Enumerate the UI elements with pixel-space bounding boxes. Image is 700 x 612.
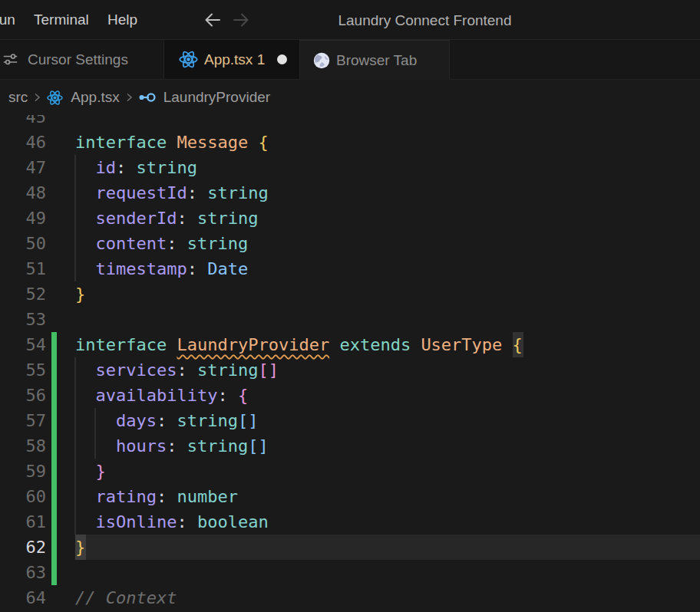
- title-bar: Run Terminal Help Laundry Connect Fronte…: [0, 0, 700, 40]
- code-text: }: [75, 281, 85, 307]
- code-text: hours: string[]: [75, 433, 269, 459]
- code-line-61[interactable]: 61 isOnline: boolean: [0, 509, 700, 535]
- code-line-62[interactable]: 62}: [0, 535, 700, 560]
- code-line-56[interactable]: 56 availability: {: [0, 383, 700, 408]
- line-number[interactable]: 56: [0, 383, 46, 408]
- code-line-50[interactable]: 50 content: string: [0, 231, 700, 256]
- tab-app-tsx[interactable]: App.tsx 1: [164, 40, 300, 79]
- code-text: interface Message {: [75, 130, 269, 155]
- code-line-59[interactable]: 59 }: [0, 459, 700, 484]
- line-number[interactable]: 63: [0, 560, 46, 585]
- symbol-interface-icon: [138, 88, 157, 107]
- code-line-52[interactable]: 52}: [0, 281, 700, 307]
- breadcrumb-app-tsx[interactable]: App.tsx: [46, 89, 119, 107]
- code-text: availability: {: [75, 383, 248, 408]
- code-text: days: string[]: [75, 408, 258, 433]
- code-line-54[interactable]: 54interface LaundryProvider extends User…: [0, 332, 700, 357]
- line-number[interactable]: 58: [0, 433, 46, 459]
- code-text: senderId: string: [75, 206, 258, 231]
- line-number[interactable]: 51: [0, 256, 46, 281]
- tab-label: App.tsx 1: [204, 51, 265, 68]
- chevron-right-icon: [124, 92, 134, 103]
- code-line-49[interactable]: 49 senderId: string: [0, 206, 700, 231]
- line-number[interactable]: 64: [0, 585, 46, 610]
- code-text: content: string: [75, 231, 248, 256]
- line-number[interactable]: 50: [0, 231, 46, 256]
- code-line-47[interactable]: 47 id: string: [0, 155, 700, 180]
- breadcrumb-src[interactable]: src: [8, 89, 28, 106]
- line-number[interactable]: 62: [0, 535, 46, 560]
- code-text: requestId: string: [75, 180, 269, 206]
- git-added-indicator[interactable]: [51, 332, 57, 585]
- line-number[interactable]: 54: [0, 332, 46, 357]
- code-line-57[interactable]: 57 days: string[]: [0, 408, 700, 433]
- breadcrumb-laundry-provider[interactable]: LaundryProvider: [138, 88, 270, 107]
- code-text: interface LaundryProvider extends UserTy…: [75, 332, 523, 357]
- code-lines: 4546interface Message {47 id: string48 r…: [0, 115, 700, 612]
- line-number[interactable]: 47: [0, 155, 46, 180]
- code-text: timestamp: Date: [75, 256, 248, 281]
- tab-badge: 1: [257, 51, 266, 67]
- code-line-46[interactable]: 46interface Message {: [0, 130, 700, 155]
- code-line-63[interactable]: 63: [0, 560, 700, 585]
- code-text: }: [75, 459, 106, 484]
- code-line-64[interactable]: 64// Context: [0, 585, 700, 610]
- line-number[interactable]: 59: [0, 459, 46, 484]
- code-text: isOnline: boolean: [75, 509, 269, 535]
- globe-icon: [312, 51, 331, 70]
- line-number[interactable]: 57: [0, 408, 46, 433]
- tab-label: Cursor Settings: [28, 51, 128, 68]
- current-line-highlight: [75, 535, 700, 560]
- tab-label: Browser Tab: [336, 52, 417, 69]
- tab-browser[interactable]: Browser Tab: [300, 40, 450, 80]
- code-line-58[interactable]: 58 hours: string[]: [0, 433, 700, 459]
- code-text: }: [75, 535, 85, 560]
- code-line-55[interactable]: 55 services: string[]: [0, 357, 700, 383]
- line-number[interactable]: 45: [0, 115, 46, 130]
- window-title: Laundry Connect Frontend: [0, 0, 700, 40]
- breadcrumbs: src App.tsx LaundryProvider: [0, 80, 700, 115]
- react-icon: [178, 49, 199, 70]
- code-line-51[interactable]: 51 timestamp: Date: [0, 256, 700, 281]
- line-number[interactable]: 53: [0, 307, 46, 332]
- line-number[interactable]: 49: [0, 206, 46, 231]
- line-number[interactable]: 60: [0, 484, 46, 509]
- code-line-53[interactable]: 53: [0, 307, 700, 332]
- code-text: // Context: [75, 585, 177, 610]
- line-number[interactable]: 55: [0, 357, 46, 383]
- line-number[interactable]: 48: [0, 180, 46, 206]
- code-line-48[interactable]: 48 requestId: string: [0, 180, 700, 206]
- code-text: id: string: [75, 155, 197, 180]
- modified-dot-indicator[interactable]: [277, 54, 287, 64]
- sliders-icon: [3, 52, 18, 67]
- code-line-45[interactable]: 45: [0, 115, 700, 130]
- line-number[interactable]: 61: [0, 509, 46, 535]
- react-icon: [46, 89, 64, 107]
- tab-cursor-settings[interactable]: Cursor Settings: [0, 40, 164, 79]
- code-line-60[interactable]: 60 rating: number: [0, 484, 700, 509]
- code-text: rating: number: [75, 484, 238, 509]
- tab-bar: Cursor Settings App.tsx 1 Browser Tab: [0, 40, 700, 80]
- code-editor[interactable]: 4546interface Message {47 id: string48 r…: [0, 115, 700, 612]
- chevron-right-icon: [32, 92, 41, 103]
- code-text: services: string[]: [75, 357, 279, 383]
- line-number[interactable]: 46: [0, 130, 46, 155]
- line-number[interactable]: 52: [0, 281, 46, 307]
